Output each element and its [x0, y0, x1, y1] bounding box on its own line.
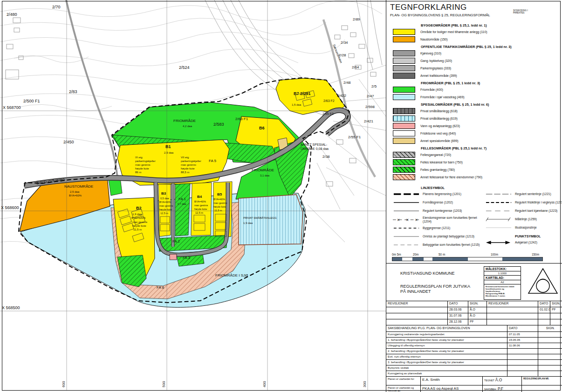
legend-section-heading: SPESIALOMRÅDER (PBL § 25, 1 ledd nr. 6)	[421, 102, 559, 106]
map-label: B2	[136, 206, 142, 210]
fellesgang-swatch-icon	[393, 152, 415, 158]
map-label: FA 2	[172, 239, 180, 243]
map-label: 12,5 m	[160, 212, 168, 215]
zoning-map[interactable]: 2/4802/702/5242/892/342/282/642/482/52/8…	[0, 0, 386, 392]
male-line-icon	[485, 216, 512, 223]
prepared-by-label: Planen er utarbeidet og fremmet av:	[386, 385, 421, 392]
map-label: BYA=40%	[213, 198, 225, 201]
map-label: parkeringskjeller	[135, 160, 156, 162]
legend-item-label: Friområde i sjø/ vassdrag (469)	[420, 95, 464, 99]
zone-fa1	[175, 183, 190, 236]
map-label: max gesims	[213, 202, 227, 204]
bolig-swatch-icon	[393, 29, 415, 35]
legend-item-label: Annet fellesareal for flere eiendommer (…	[420, 176, 482, 179]
revision-cell	[386, 319, 448, 325]
legend-item-label: Vann og avløpsanlegg (623)	[420, 124, 460, 128]
formal-line-icon	[393, 199, 420, 206]
revision-cell: DATO	[448, 301, 468, 307]
municipality-name: KRISTIANSUND KOMMUNE	[400, 271, 455, 276]
legend-section-heading: FELLESOMRÅDER (PBL § 25,1 ledd nr. 7)	[421, 146, 559, 150]
map-label: 2/55 F2	[322, 112, 334, 115]
map-label: PRIVAT SMÅBÅTANLEGG	[243, 216, 277, 219]
line-symbol-label: Regulert tomtegrense (1203)	[423, 209, 482, 213]
legend-item: Privat småbåtanlegg (619)	[393, 115, 559, 122]
title-block: KRISTIANSUND KOMMUNE REGULERINGSPLAN FOR…	[386, 263, 562, 392]
line-symbol-label: Avkjørsel (1242)	[515, 241, 562, 244]
legend-item: Privat småbåtanlegg (618)	[393, 107, 559, 115]
legend-item-label: Naustområde (150)	[420, 38, 448, 41]
map-label: 2/64	[352, 65, 359, 69]
map-label: 500	[162, 381, 166, 387]
revision-cell: SIGN.	[468, 301, 487, 307]
case-step-date: 15.06.06	[507, 338, 538, 343]
map-label: BYA=60%	[69, 194, 82, 197]
map-label: 2/34	[341, 41, 348, 45]
case-step-sign	[538, 360, 562, 365]
map-label: 86 m	[135, 171, 141, 174]
map-label: 300	[363, 381, 367, 387]
case-step-label: Kunngjøring vedrørende reguleringsarbeid…	[386, 332, 507, 337]
case-sign-header: SIGN.	[538, 325, 562, 331]
sjo-swatch-icon	[393, 94, 415, 100]
park-swatch-icon	[393, 65, 415, 71]
line-symbol-label: Omriss av planlagt bebyggelse (1213)	[423, 235, 482, 238]
map-label: OMRÅDE 0,08 daa	[301, 147, 329, 150]
map-label: 2/5	[371, 84, 377, 88]
smabat618-swatch-icon	[393, 108, 415, 114]
map-label: 600	[62, 381, 66, 387]
case-date-header: DATO	[507, 325, 538, 331]
map-label: 88,5 m	[181, 171, 189, 174]
plan-line-icon	[393, 191, 420, 197]
map-label: 2,5 daa	[70, 190, 80, 193]
map-label: FA 5	[209, 159, 217, 163]
case-processing-row: 3. behandling i Bygningsrådet/Det faste …	[386, 360, 562, 365]
map-label: B5	[217, 192, 222, 196]
scale-value: 1:1000	[484, 271, 521, 276]
gang-swatch-icon	[393, 58, 415, 64]
footer-row-prepared-by: Planen er utarbeidet og fremmet av: PKA …	[386, 385, 562, 392]
line-symbol-heading: LINJESYMBOL	[421, 186, 561, 190]
revision-cell	[538, 313, 550, 319]
line-symbol-label: Regulert kant kjørebane (1223)	[515, 209, 562, 213]
revision-cell: Å.O	[468, 313, 487, 319]
avkj-line-icon	[485, 239, 512, 246]
case-step-sign	[538, 349, 562, 354]
line-symbol-item: Planens begrensning (1201)	[393, 191, 482, 197]
scale-kartblad-box: MÅLESTOKK: 1:1000 KARTBLAD: A2 Kristians…	[484, 266, 521, 300]
revision-cell: 31.07.06	[448, 313, 468, 319]
frisikt-swatch-icon	[393, 130, 415, 136]
case-step-sign	[538, 365, 562, 371]
legend-item-label: Privat småbåtanlegg (619)	[420, 117, 458, 120]
legend-item-label: Frisiktsone ved veg (640)	[420, 132, 456, 135]
prepared-for-value: E.A. Smith	[421, 377, 483, 385]
legend-item-label: Friområde (400)	[420, 88, 443, 91]
map-label: høyde kote	[181, 167, 195, 170]
case-processing-row: Kunngjøring vedrørende reguleringsarbeid…	[386, 332, 562, 338]
revision-cell: 01.02.07	[538, 307, 550, 313]
legend-item: Vann og avløpsanlegg (623)	[393, 122, 559, 129]
line-symbol-item: Bebyggelse som forutsettes fjernet (1215…	[393, 242, 482, 248]
case-processing-row: 2. behandling i Bygningsrådet/Det faste …	[386, 349, 562, 354]
map-label: 2/83	[69, 89, 77, 94]
case-processing-row: Kunngjøring av planvedtak	[386, 371, 562, 377]
map-label: VII etg	[181, 156, 189, 159]
line-symbol-section: LINJESYMBOL Planens begrensning (1201)Fo…	[393, 184, 561, 250]
map-label: 2/55 F1	[348, 135, 361, 139]
scale-bar-tick-label: 0m 5m	[392, 253, 401, 256]
case-processing-row: Evtl. nytt offentlig ettersyn	[386, 354, 562, 360]
line-symbol-label: Regulert frisiktlinje i vegkryss (1222)	[515, 201, 562, 204]
map-label: 2/63 F2	[323, 99, 335, 102]
map-label: 2/47	[367, 94, 374, 98]
fellesannet-swatch-icon	[393, 174, 415, 180]
map-label: parkeringskjeller	[181, 160, 201, 162]
revision-cell: REVISJONER	[386, 301, 448, 307]
scale-bar-tick-label: 150m	[532, 253, 539, 256]
plan-sheet: 2/4802/702/5242/892/342/282/642/482/52/8…	[0, 0, 562, 392]
fri-swatch-icon	[393, 87, 415, 93]
legend-item: Friområde (400)	[393, 86, 559, 93]
map-label: max gesims	[159, 204, 173, 207]
map-label: høyde kote	[213, 205, 226, 208]
map-label: 2,9 daa	[164, 151, 174, 154]
map-label: 0,5 daa	[160, 197, 169, 200]
map-label: ANNET SPESIAL-	[301, 143, 328, 146]
